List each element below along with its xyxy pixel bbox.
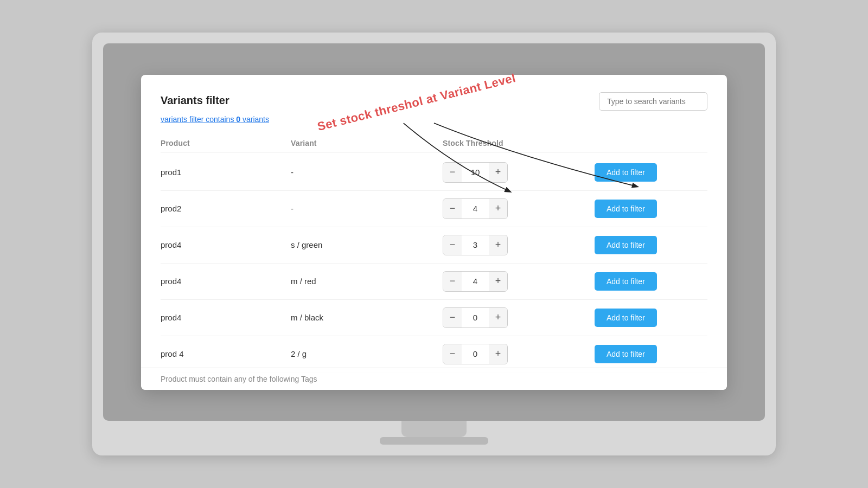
cell-variant-5: 2 / g	[291, 349, 443, 358]
cell-stock-4: − +	[443, 307, 595, 328]
add-to-filter-button-5[interactable]: Add to filter	[595, 345, 657, 363]
search-input[interactable]	[599, 92, 707, 111]
cell-action-4: Add to filter	[595, 309, 707, 327]
cell-stock-3: − +	[443, 271, 595, 292]
stepper-minus-5[interactable]: −	[443, 344, 462, 364]
cell-product-4: prod4	[161, 313, 291, 322]
stepper-minus-2[interactable]: −	[443, 235, 462, 255]
cell-variant-1: -	[291, 204, 443, 213]
table-row: prod 4 2 / g − + Add to filter	[161, 336, 707, 373]
add-to-filter-button-1[interactable]: Add to filter	[595, 200, 657, 218]
cell-action-3: Add to filter	[595, 272, 707, 291]
add-to-filter-button-2[interactable]: Add to filter	[595, 236, 657, 254]
table-row: prod4 s / green − + Add to filter	[161, 227, 707, 264]
cell-action-0: Add to filter	[595, 163, 707, 182]
stepper-4: − +	[443, 307, 508, 328]
add-to-filter-button-4[interactable]: Add to filter	[595, 309, 657, 327]
stepper-plus-4[interactable]: +	[489, 308, 507, 328]
table-row: prod4 m / red − + Add to filter	[161, 264, 707, 300]
cell-product-5: prod 4	[161, 349, 291, 358]
filter-link[interactable]: variants filter contains 0 variants	[161, 115, 269, 124]
stepper-0: − +	[443, 162, 508, 183]
stepper-plus-2[interactable]: +	[489, 235, 507, 255]
cell-variant-3: m / red	[291, 277, 443, 286]
table-row: prod1 - − + Add to filter	[161, 155, 707, 191]
modal-background: Variants filter × variants filter contai…	[103, 43, 765, 421]
stepper-1: − +	[443, 198, 508, 219]
stepper-plus-5[interactable]: +	[489, 344, 507, 364]
stepper-value-5[interactable]	[462, 349, 489, 358]
cell-variant-2: s / green	[291, 240, 443, 249]
cell-product-3: prod4	[161, 277, 291, 286]
cell-product-0: prod1	[161, 168, 291, 177]
col-header-product: Product	[161, 139, 291, 147]
monitor-base	[380, 437, 488, 445]
col-header-stock: Stock Threshold	[443, 139, 595, 147]
stepper-2: − +	[443, 235, 508, 255]
stepper-minus-1[interactable]: −	[443, 199, 462, 219]
table-row: prod2 - − + Add to filter	[161, 191, 707, 227]
cell-product-1: prod2	[161, 204, 291, 213]
stepper-value-2[interactable]	[462, 240, 489, 249]
bottom-bar: Product must contain any of the followin…	[141, 368, 727, 390]
cell-variant-4: m / black	[291, 313, 443, 322]
cell-stock-1: − +	[443, 198, 595, 219]
stepper-value-3[interactable]	[462, 277, 489, 286]
cell-stock-5: − +	[443, 344, 595, 364]
col-header-action	[595, 139, 707, 147]
add-to-filter-button-0[interactable]: Add to filter	[595, 163, 657, 182]
monitor-outer: Variants filter × variants filter contai…	[92, 33, 776, 455]
monitor-stand	[401, 421, 467, 437]
stepper-minus-3[interactable]: −	[443, 272, 462, 291]
variants-filter-modal: Variants filter × variants filter contai…	[141, 75, 727, 390]
stepper-minus-0[interactable]: −	[443, 163, 462, 182]
stepper-minus-4[interactable]: −	[443, 308, 462, 328]
stepper-value-1[interactable]	[462, 204, 489, 213]
table-row: prod4 m / black − + Add to filter	[161, 300, 707, 336]
stepper-value-4[interactable]	[462, 313, 489, 322]
cell-action-2: Add to filter	[595, 236, 707, 254]
cell-action-5: Add to filter	[595, 345, 707, 363]
cell-action-1: Add to filter	[595, 200, 707, 218]
stepper-plus-1[interactable]: +	[489, 199, 507, 219]
table-body: prod1 - − + Add to filter prod2 - − +	[161, 155, 707, 373]
stepper-plus-0[interactable]: +	[489, 163, 507, 182]
cell-variant-0: -	[291, 168, 443, 177]
stepper-5: − +	[443, 344, 508, 364]
col-header-variant: Variant	[291, 139, 443, 147]
modal-title: Variants filter	[161, 94, 229, 107]
cell-stock-0: − +	[443, 162, 595, 183]
cell-stock-2: − +	[443, 235, 595, 255]
stepper-3: − +	[443, 271, 508, 292]
add-to-filter-button-3[interactable]: Add to filter	[595, 272, 657, 291]
stepper-value-0[interactable]	[462, 168, 489, 177]
cell-product-2: prod4	[161, 240, 291, 249]
stepper-plus-3[interactable]: +	[489, 272, 507, 291]
monitor-screen: Variants filter × variants filter contai…	[103, 43, 765, 421]
table-header: Product Variant Stock Threshold	[161, 134, 707, 152]
